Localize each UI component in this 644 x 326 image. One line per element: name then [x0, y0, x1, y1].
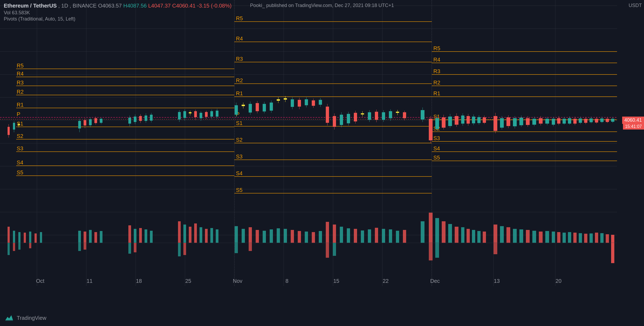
svg-text:R4: R4 [17, 71, 24, 77]
svg-rect-316 [573, 233, 577, 243]
svg-rect-242 [8, 227, 10, 243]
svg-rect-265 [210, 228, 213, 243]
svg-rect-312 [552, 232, 555, 243]
svg-rect-293 [429, 213, 433, 243]
svg-rect-263 [200, 227, 202, 243]
timeframe-label: 1D [61, 3, 68, 9]
svg-rect-260 [183, 225, 186, 243]
svg-rect-268 [242, 229, 245, 243]
main-chart: R5 R4 R3 R2 R1 P S1 S2 S3 S4 S5 R5 [0, 0, 617, 286]
svg-text:20: 20 [556, 278, 561, 284]
volume-label: Vol 63.583K [4, 10, 232, 16]
svg-rect-336 [249, 243, 252, 251]
svg-rect-254 [128, 225, 131, 243]
svg-text:R4: R4 [236, 36, 243, 42]
svg-rect-305 [506, 227, 510, 243]
svg-rect-335 [235, 243, 238, 253]
svg-rect-257 [145, 229, 147, 243]
svg-rect-274 [284, 229, 287, 243]
svg-rect-339 [429, 243, 433, 260]
current-time-badge: 15:41:07 [623, 124, 644, 130]
svg-rect-313 [557, 232, 560, 243]
current-price-badge: 4060.41 [622, 117, 644, 124]
svg-rect-325 [8, 243, 10, 255]
svg-rect-315 [568, 232, 571, 243]
svg-rect-291 [403, 230, 406, 243]
svg-text:R1: R1 [17, 102, 24, 108]
svg-text:18: 18 [136, 278, 142, 284]
svg-rect-337 [326, 243, 329, 258]
svg-rect-319 [590, 233, 593, 243]
svg-rect-267 [235, 226, 238, 243]
svg-rect-292 [421, 221, 424, 243]
svg-rect-277 [305, 232, 308, 243]
ohlc-bar: Ethereum / TetherUS , 1D , BINANCE O4063… [4, 3, 232, 9]
svg-rect-289 [389, 229, 392, 243]
svg-rect-248 [40, 232, 42, 243]
change-value: -3.15 (-0.08%) [197, 3, 232, 9]
svg-text:R2: R2 [236, 77, 243, 83]
svg-text:S5: S5 [17, 169, 23, 175]
svg-rect-256 [139, 228, 142, 243]
svg-rect-255 [134, 229, 136, 243]
svg-text:13: 13 [494, 278, 500, 284]
svg-text:R5: R5 [17, 63, 24, 69]
svg-rect-262 [194, 223, 197, 243]
svg-text:S4: S4 [236, 170, 242, 176]
svg-rect-302 [483, 232, 486, 243]
chart-header: Ethereum / TetherUS , 1D , BINANCE O4063… [4, 3, 232, 22]
svg-rect-303 [494, 225, 497, 243]
svg-rect-338 [333, 243, 336, 256]
svg-rect-282 [340, 227, 343, 243]
svg-rect-251 [89, 230, 92, 243]
svg-rect-314 [563, 233, 566, 243]
svg-rect-250 [84, 232, 86, 243]
svg-text:S1: S1 [236, 120, 242, 126]
svg-rect-322 [606, 234, 609, 243]
svg-text:R1: R1 [236, 90, 243, 96]
svg-rect-275 [291, 230, 294, 243]
svg-rect-287 [375, 228, 378, 243]
high-value: H4087.56 [123, 3, 147, 9]
svg-rect-365 [4, 313, 15, 323]
svg-rect-264 [205, 229, 208, 243]
tradingview-text: TradingView [17, 315, 46, 321]
svg-rect-252 [94, 232, 97, 243]
svg-text:R2: R2 [17, 89, 24, 95]
svg-rect-331 [128, 243, 131, 254]
svg-rect-245 [24, 233, 26, 243]
svg-rect-285 [361, 230, 364, 243]
svg-text:S2: S2 [236, 137, 242, 143]
svg-text:25: 25 [185, 278, 191, 284]
svg-rect-298 [461, 227, 464, 243]
svg-text:S5: S5 [236, 187, 242, 193]
svg-text:S1: S1 [17, 121, 23, 127]
svg-rect-317 [579, 233, 582, 243]
svg-text:R3: R3 [236, 56, 243, 62]
svg-rect-294 [435, 218, 439, 243]
svg-rect-258 [150, 231, 153, 243]
svg-text:P: P [17, 111, 20, 117]
svg-text:Nov: Nov [233, 278, 242, 284]
svg-rect-340 [435, 243, 439, 258]
svg-text:S2: S2 [17, 133, 23, 139]
svg-rect-323 [611, 235, 614, 243]
svg-rect-269 [249, 227, 252, 243]
svg-text:8: 8 [285, 278, 288, 284]
svg-rect-320 [595, 233, 598, 243]
svg-rect-244 [18, 232, 20, 243]
svg-rect-326 [13, 243, 15, 251]
svg-rect-253 [100, 231, 102, 243]
svg-text:R5: R5 [433, 45, 440, 51]
currency-label: USDT [629, 3, 642, 8]
svg-text:R3: R3 [17, 80, 24, 86]
svg-text:S3: S3 [236, 154, 242, 159]
svg-text:S4: S4 [17, 159, 23, 165]
svg-rect-309 [532, 231, 536, 243]
svg-rect-366 [5, 320, 13, 321]
svg-text:R3: R3 [433, 68, 440, 74]
svg-rect-290 [396, 231, 399, 243]
svg-rect-288 [382, 229, 385, 243]
svg-rect-334 [183, 243, 186, 255]
svg-rect-261 [189, 227, 191, 243]
